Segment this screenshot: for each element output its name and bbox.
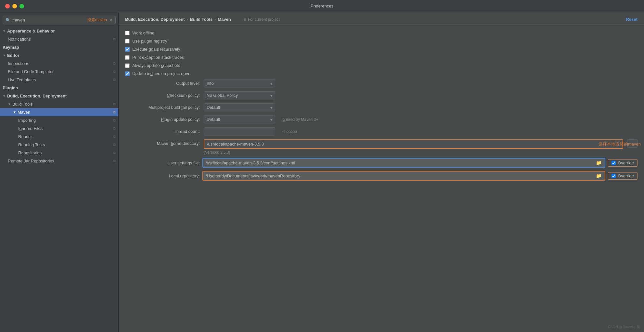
copy-icon: ⧉ — [113, 70, 116, 74]
print-exception-checkbox[interactable] — [125, 55, 130, 60]
sidebar-item-build-tools[interactable]: Build Tools ⧉ — [0, 100, 118, 108]
sidebar-item-label: Repositories — [18, 150, 42, 155]
sidebar-item-label: Editor — [7, 53, 19, 58]
work-offline-label: Work offline — [132, 31, 154, 35]
update-indices-checkbox[interactable] — [125, 71, 130, 76]
sidebar-item-plugins[interactable]: Plugins — [0, 84, 118, 92]
user-settings-row: User settings file: 📁 Override — [125, 158, 638, 168]
minimize-button[interactable] — [12, 4, 17, 8]
sidebar-item-live-templates[interactable]: Live Templates ⧉ — [0, 76, 118, 84]
copy-icon: ⧉ — [113, 143, 116, 147]
plugin-update-policy-select[interactable]: Default Always Never Daily — [204, 115, 275, 123]
sidebar-item-notifications[interactable]: Notifications ⧉ — [0, 35, 118, 43]
search-input[interactable] — [12, 18, 85, 22]
local-repo-override-group: Override — [608, 172, 638, 180]
sidebar-item-label: Appearance & Behavior — [7, 29, 55, 33]
sidebar-item-label: Build Tools — [12, 102, 33, 107]
checksum-policy-select[interactable]: No Global Policy Strict Warn Ignore — [204, 91, 275, 99]
copy-icon: ⧉ — [113, 118, 116, 122]
sidebar-item-running-tests[interactable]: Running Tests ⧉ — [0, 141, 118, 149]
for-current-project: 🖥 For current project — [243, 17, 280, 22]
thread-count-row: Thread count: -T option — [125, 127, 638, 135]
search-icon: 🔍 — [6, 18, 10, 22]
project-icon: 🖥 — [243, 17, 247, 22]
for-current-project-label: For current project — [248, 17, 280, 22]
local-repo-folder-btn[interactable]: 📁 — [592, 172, 605, 180]
expand-icon — [13, 110, 16, 114]
sidebar-item-file-code-templates[interactable]: File and Code Templates ⧉ — [0, 68, 118, 76]
copy-icon: ⧉ — [113, 126, 116, 131]
search-clear-icon[interactable]: ✕ — [109, 18, 113, 23]
user-settings-override-label: Override — [618, 160, 634, 165]
sidebar-item-repositories[interactable]: Repositories ⧉ — [0, 149, 118, 157]
sidebar-item-label: Build, Execution, Deployment — [7, 94, 67, 98]
search-box: 🔍 搜索maven ✕ — [3, 16, 116, 24]
checkbox-update-indices: Update indices on project open — [125, 71, 638, 76]
multiproject-policy-row: Multiproject build fail policy: Default … — [125, 103, 638, 111]
output-level-row: Output level: Info Debug Error — [125, 79, 638, 87]
plugin-update-policy-label: Plugin update policy: — [125, 117, 200, 122]
sidebar-item-remote-jar[interactable]: Remote Jar Repositories ⧉ — [0, 157, 118, 165]
sidebar-item-label: Notifications — [8, 37, 31, 42]
output-level-select[interactable]: Info Debug Error — [204, 79, 275, 87]
sidebar-item-label: Remote Jar Repositories — [8, 159, 54, 163]
copy-icon: ⧉ — [113, 159, 116, 163]
copy-icon: ⧉ — [113, 151, 116, 155]
checksum-policy-row: Checksum policy: No Global Policy Strict… — [125, 91, 638, 99]
checkbox-print-exception: Print exception stack traces — [125, 55, 638, 60]
sidebar-item-keymap[interactable]: Keymap — [0, 43, 118, 51]
sidebar-item-runner[interactable]: Runner ⧉ — [0, 133, 118, 141]
sidebar-item-label: Importing — [18, 118, 36, 123]
plugin-update-policy-select-wrapper: Default Always Never Daily — [204, 115, 275, 123]
user-settings-override-checkbox[interactable] — [612, 161, 616, 165]
local-repo-input[interactable] — [203, 172, 592, 180]
work-offline-checkbox[interactable] — [125, 31, 130, 35]
always-update-checkbox[interactable] — [125, 63, 130, 68]
maximize-button[interactable] — [19, 4, 24, 8]
expand-icon — [3, 54, 6, 57]
sidebar-item-inspections[interactable]: Inspections ⧉ — [0, 59, 118, 68]
execute-goals-checkbox[interactable] — [125, 47, 130, 52]
local-repo-override-label: Override — [618, 173, 634, 178]
sidebar-item-ignored-files[interactable]: Ignored Files ⧉ — [0, 124, 118, 133]
multiproject-policy-select-wrapper: Default At End Never — [204, 103, 275, 111]
multiproject-policy-label: Multiproject build fail policy: — [125, 105, 200, 110]
update-indices-label: Update indices on project open — [132, 71, 190, 76]
checkbox-always-update: Always update snapshots — [125, 63, 638, 68]
sidebar-item-maven[interactable]: Maven ⧉ — [0, 108, 118, 116]
reset-button[interactable]: Reset — [626, 17, 638, 22]
maven-annotation: 选择本地安装的maven — [599, 141, 641, 147]
copy-icon: ⧉ — [113, 102, 116, 106]
sidebar-item-label: Maven — [18, 110, 30, 115]
copy-icon: ⧉ — [113, 78, 116, 82]
sidebar-item-appearance-behavior[interactable]: Appearance & Behavior — [0, 27, 118, 35]
local-repo-input-group: 📁 — [202, 171, 605, 181]
close-button[interactable] — [5, 4, 10, 8]
thread-count-label: Thread count: — [125, 129, 200, 134]
use-plugin-registry-checkbox[interactable] — [125, 39, 130, 44]
checkbox-execute-goals: Execute goals recursively — [125, 47, 638, 52]
user-settings-input[interactable] — [203, 159, 592, 167]
main-container: 🔍 搜索maven ✕ Appearance & Behavior Notifi… — [0, 12, 644, 332]
watermark: CSDN @Bruce/小鬼 — [608, 325, 640, 329]
maven-version: (Version: 3.5.3) — [204, 150, 638, 155]
maven-home-label: Maven home directory: — [125, 139, 200, 146]
breadcrumb-maven: Maven — [218, 17, 231, 22]
maven-home-input[interactable] — [204, 140, 614, 148]
sidebar-item-build-execution[interactable]: Build, Execution, Deployment — [0, 92, 118, 100]
sidebar-item-label: Inspections — [8, 61, 29, 66]
user-settings-folder-btn[interactable]: 📁 — [592, 159, 605, 167]
multiproject-policy-select[interactable]: Default At End Never — [204, 103, 275, 111]
print-exception-label: Print exception stack traces — [132, 55, 184, 60]
sidebar-item-editor[interactable]: Editor — [0, 51, 118, 59]
sidebar-item-label: Running Tests — [18, 142, 45, 147]
thread-count-input[interactable] — [204, 127, 275, 135]
maven-home-input-group: ▾ — [204, 139, 623, 149]
sidebar-item-importing[interactable]: Importing ⧉ — [0, 116, 118, 124]
output-level-select-wrapper: Info Debug Error — [204, 79, 275, 87]
checkbox-work-offline: Work offline — [125, 31, 638, 35]
expand-icon — [3, 94, 6, 98]
local-repo-override-checkbox[interactable] — [612, 174, 616, 178]
always-update-label: Always update snapshots — [132, 63, 180, 68]
local-repo-row: Local repository: 📁 Override — [125, 171, 638, 181]
